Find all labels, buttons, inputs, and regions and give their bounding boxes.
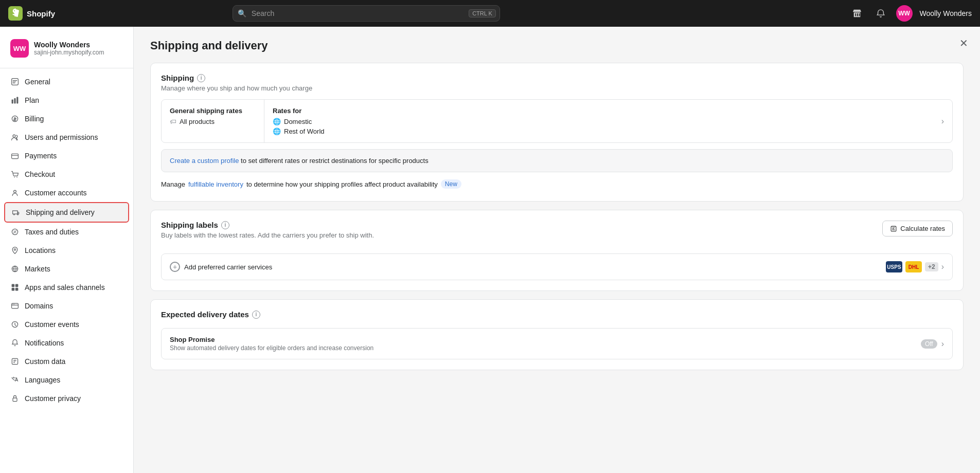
- carrier-chevron-right: ›: [941, 262, 944, 271]
- sidebar-item-custom-data[interactable]: Custom data: [0, 352, 133, 371]
- sidebar-item-customer-accounts[interactable]: Customer accounts: [0, 184, 133, 202]
- new-badge: New: [441, 179, 461, 189]
- svg-point-23: [12, 304, 13, 304]
- rates-destinations: Rates for 🌐 Domestic 🌐 Rest of World: [273, 107, 325, 135]
- manage-text: Manage: [161, 180, 185, 188]
- fulfillable-inventory-link[interactable]: fulfillable inventory: [188, 180, 243, 188]
- shipping-icon: [11, 208, 21, 217]
- sidebar-item-shipping[interactable]: Shipping and delivery: [4, 202, 129, 223]
- taxes-label: Taxes and duties: [25, 228, 123, 236]
- sidebar-item-taxes[interactable]: Taxes and duties: [0, 223, 133, 241]
- sidebar-item-languages[interactable]: Languages: [0, 371, 133, 389]
- customer-accounts-icon: [10, 188, 20, 197]
- sidebar-item-checkout[interactable]: Checkout: [0, 165, 133, 184]
- svg-point-15: [15, 232, 16, 233]
- domains-icon: [10, 301, 20, 311]
- sidebar-item-domains[interactable]: Domains: [0, 297, 133, 315]
- shop-promise-title: Shop Promise: [170, 336, 373, 343]
- delivery-dates-header: Expected delivery dates i: [161, 310, 953, 321]
- manage-inventory-row: Manage fulfillable inventory to determin…: [161, 172, 953, 191]
- shop-promise-info: Shop Promise Show automated delivery dat…: [170, 336, 373, 352]
- carrier-right: USPS DHL +2 ›: [886, 261, 944, 272]
- store-info: Woolly Wonders sajini-john.myshopify.com: [34, 41, 104, 56]
- sidebar-item-apps[interactable]: Apps and sales channels: [0, 278, 133, 297]
- store-icon-button[interactable]: [849, 5, 865, 22]
- checkout-icon: [10, 170, 20, 179]
- general-icon: [10, 77, 20, 86]
- svg-rect-21: [15, 288, 19, 291]
- destination-list: 🌐 Domestic 🌐 Rest of World: [273, 118, 325, 135]
- globe-icon-domestic: 🌐: [273, 118, 281, 125]
- labels-info-icon[interactable]: i: [221, 221, 229, 229]
- labels-section-title: Shipping labels i: [161, 221, 374, 229]
- search-input[interactable]: [233, 5, 500, 22]
- svg-point-9: [16, 177, 17, 178]
- sidebar-item-locations[interactable]: Locations: [0, 241, 133, 260]
- user-avatar[interactable]: WW: [896, 5, 913, 22]
- shop-promise-right: Off ›: [921, 339, 944, 349]
- carrier-plus-count: +2: [925, 262, 938, 271]
- store-header: WW Woolly Wonders sajini-john.myshopify.…: [0, 35, 133, 68]
- labels-header: Shipping labels i Buy labels with the lo…: [161, 221, 953, 246]
- delivery-dates-info-icon[interactable]: i: [252, 311, 260, 319]
- svg-rect-4: [16, 97, 18, 104]
- taxes-icon: [10, 227, 20, 236]
- delivery-dates-title: Expected delivery dates i: [161, 310, 260, 319]
- domains-label: Domains: [25, 302, 123, 310]
- markets-icon: [10, 264, 20, 274]
- locations-label: Locations: [25, 246, 123, 254]
- sidebar-item-payments[interactable]: Payments: [0, 147, 133, 165]
- usps-badge: USPS: [886, 261, 902, 272]
- create-custom-profile-link[interactable]: Create a custom profile: [170, 157, 239, 165]
- svg-rect-20: [12, 288, 15, 291]
- add-carrier-icon: +: [170, 262, 180, 272]
- domestic-label: Domestic: [284, 118, 312, 125]
- sidebar-item-general[interactable]: General: [0, 72, 133, 91]
- calculate-rates-button[interactable]: Calculate rates: [882, 221, 953, 236]
- bell-icon: [876, 9, 885, 18]
- billing-label: Billing: [25, 115, 123, 123]
- sidebar-item-customer-events[interactable]: Customer events: [0, 315, 133, 334]
- custom-profile-suffix: to set different rates or restrict desti…: [241, 157, 429, 165]
- shipping-info-icon[interactable]: i: [197, 74, 205, 82]
- customer-accounts-label: Customer accounts: [25, 189, 123, 197]
- shop-promise-row[interactable]: Shop Promise Show automated delivery dat…: [161, 328, 953, 359]
- delivery-dates-section: Expected delivery dates i Shop Promise S…: [151, 300, 963, 370]
- add-carrier-label: Add preferred carrier services: [184, 263, 272, 271]
- general-rates-label: General shipping rates: [170, 107, 256, 115]
- carrier-services-row[interactable]: + Add preferred carrier services USPS DH…: [161, 253, 953, 280]
- sidebar-item-markets[interactable]: Markets: [0, 260, 133, 278]
- svg-point-16: [14, 249, 15, 250]
- sidebar-item-notifications[interactable]: Notifications: [0, 334, 133, 352]
- rates-for-label: Rates for: [273, 107, 325, 115]
- shopify-logo[interactable]: Shopify: [8, 6, 55, 21]
- notifications-bell-button[interactable]: [872, 5, 889, 22]
- destination-domestic: 🌐 Domestic: [273, 118, 325, 125]
- search-bar: 🔍 CTRL K: [233, 5, 500, 22]
- languages-label: Languages: [25, 376, 123, 384]
- svg-point-6: [13, 135, 15, 137]
- username-label[interactable]: Woolly Wonders: [920, 9, 972, 17]
- all-products-label: All products: [180, 118, 215, 125]
- sidebar-item-billing[interactable]: Billing: [0, 110, 133, 128]
- shipping-section-title: Shipping i: [161, 74, 953, 82]
- store-avatar: WW: [10, 39, 29, 58]
- settings-modal: WW Woolly Wonders sajini-john.myshopify.…: [0, 27, 980, 473]
- search-shortcut: CTRL K: [469, 9, 496, 17]
- rates-chevron-right: ›: [941, 117, 944, 126]
- sidebar-item-plan[interactable]: Plan: [0, 91, 133, 110]
- shipping-label: Shipping and delivery: [26, 208, 122, 216]
- customer-privacy-icon: [10, 394, 20, 403]
- rest-of-world-label: Rest of World: [284, 128, 325, 135]
- brand-name: Shopify: [27, 9, 55, 18]
- plan-icon: [10, 96, 20, 105]
- checkout-label: Checkout: [25, 170, 123, 178]
- sidebar-item-customer-privacy[interactable]: Customer privacy: [0, 389, 133, 408]
- page-title: Shipping and delivery: [150, 39, 964, 52]
- all-products-row: 🏷 All products: [170, 118, 256, 125]
- modal-close-button[interactable]: ✕: [955, 35, 972, 51]
- shipping-rates-box[interactable]: General shipping rates 🏷 All products Ra…: [161, 99, 953, 143]
- sidebar-item-users[interactable]: Users and permissions: [0, 128, 133, 147]
- toggle-off-label: Off: [921, 339, 937, 349]
- billing-icon: [10, 114, 20, 123]
